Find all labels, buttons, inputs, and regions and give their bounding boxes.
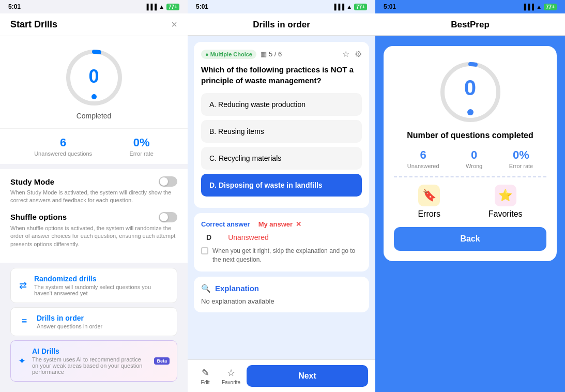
feedback-row: D Unanswered [201, 233, 362, 242]
progress-section: 0 Completed [0, 36, 188, 128]
error-rate-summary-stat: 0% Error rate [509, 148, 533, 169]
panel3-content: 0 Number of questions completed 6 Unansw… [375, 36, 565, 392]
answer-option-b[interactable]: B. Reusing items [201, 120, 362, 143]
errors-action[interactable]: 🔖 Errors [418, 185, 440, 219]
error-rate-summary-label: Error rate [509, 163, 533, 169]
favorite-label: Favorite [222, 380, 240, 385]
wifi-icon-3: ▲ [536, 4, 542, 10]
favorites-label: Favorites [488, 209, 523, 219]
summary-number: 0 [464, 75, 476, 100]
mc-badge: ● Multiple Choice [201, 50, 256, 59]
status-bar-1: 5:01 ▐▐▐ ▲ 77+ [0, 0, 188, 13]
wrong-summary-label: Wrong [466, 163, 482, 169]
status-bar-2: 5:01 ▐▐▐ ▲ 77+ [188, 0, 375, 13]
toggle-knob [160, 177, 168, 186]
question-card: ● Multiple Choice ▦ 5 / 6 ☆ ⚙ Which of t… [194, 42, 369, 208]
panel1-title: Start Drills [10, 19, 57, 30]
wifi-icon: ▲ [159, 4, 164, 10]
ai-drills-content: AI Drills The system uses AI to recommen… [32, 347, 148, 375]
randomized-drills-content: Randomized drills The system will random… [34, 275, 170, 296]
answer-option-a[interactable]: A. Reducing waste production [201, 93, 362, 116]
battery-badge-2: 77+ [354, 4, 367, 10]
panel2-title: Drills in order [253, 20, 310, 29]
study-mode-toggle[interactable] [159, 176, 177, 187]
panel3-header: BestPrep [375, 13, 565, 36]
ai-icon: ✦ [18, 355, 26, 367]
progress-dot [91, 94, 97, 99]
bestprep-panel: 5:01 ▐▐▐ ▲ 77+ BestPrep 0 Number of ques… [375, 0, 565, 392]
panel2-footer: ✎ Edit ☆ Favorite Next [188, 359, 375, 392]
ai-drills-title: AI Drills [32, 347, 148, 355]
shuffle-toggle[interactable] [159, 212, 177, 222]
favorite-button[interactable]: ☆ Favorite [221, 367, 241, 385]
summary-dot [467, 109, 474, 115]
my-value: Unanswered [228, 233, 269, 242]
explanation-text: No explanation available [201, 297, 362, 305]
summary-label: Number of questions completed [394, 131, 546, 140]
question-actions: ☆ ⚙ [342, 49, 362, 59]
error-rate-number: 0% [129, 136, 153, 149]
settings-icon[interactable]: ⚙ [355, 49, 362, 59]
status-bar-3: 5:01 ▐▐▐ ▲ 77+ [375, 0, 565, 13]
panel3-title: BestPrep [451, 20, 490, 29]
my-answer-label: My answer ✕ [258, 220, 301, 228]
explanation-card: 🔍 Explanation No explanation available [194, 277, 369, 312]
next-button[interactable]: Next [247, 365, 368, 387]
drills-in-order-option[interactable]: ≡ Drills in order Answer questions in or… [10, 307, 177, 336]
status-icons-1: ▐▐▐ ▲ 77+ [145, 4, 179, 10]
error-rate-stat: 0% Error rate [129, 136, 153, 157]
correct-answer-label: Correct answer [201, 220, 250, 228]
shuffle-toggle-knob [160, 213, 168, 221]
completed-label: Completed [77, 112, 112, 120]
status-time-3: 5:01 [384, 3, 396, 10]
ai-drills-option[interactable]: ✦ AI Drills The system uses AI to recomm… [10, 340, 177, 382]
progress-circle: 0 [63, 47, 125, 109]
stats-row: 6 Unanswered questions 0% Error rate [0, 128, 188, 164]
errors-icon: 🔖 [418, 185, 440, 206]
randomized-drills-option[interactable]: ⇄ Randomized drills The system will rand… [10, 268, 177, 303]
status-time-2: 5:01 [196, 3, 208, 10]
explanation-icon: 🔍 [201, 284, 211, 293]
status-icons-3: ▐▐▐ ▲ 77+ [522, 4, 557, 10]
drill-options-list: ⇄ Randomized drills The system will rand… [0, 263, 188, 387]
wrong-summary-num: 0 [466, 148, 482, 162]
shuffle-desc: When shuffle options is activated, the s… [10, 224, 177, 248]
ai-drills-desc: The system uses AI to recommend practice… [32, 356, 148, 375]
wrong-summary-stat: 0 Wrong [466, 148, 482, 169]
error-rate-label: Error rate [129, 150, 153, 157]
unanswered-summary-stat: 6 Unanswered [407, 148, 439, 169]
study-mode-setting: Study Mode When Study Mode is activated,… [10, 176, 177, 205]
back-button[interactable]: Back [394, 227, 546, 251]
answer-x-icon: ✕ [296, 220, 301, 228]
edit-button[interactable]: ✎ Edit [195, 367, 216, 385]
study-mode-header: Study Mode [10, 176, 177, 187]
summary-circle: 0 [437, 58, 504, 126]
panel1-header: Start Drills × [0, 13, 188, 36]
progress-number: 0 [88, 66, 99, 87]
status-time-1: 5:01 [8, 3, 21, 10]
unanswered-summary-label: Unanswered [407, 163, 439, 169]
answer-option-d[interactable]: D. Disposing of waste in landfills [201, 174, 362, 197]
signal-icon-3: ▐▐▐ [522, 4, 534, 10]
correct-value: D [206, 233, 211, 242]
skip-row: When you get it right, skip the explanat… [201, 247, 362, 264]
drills-in-order-desc: Answer questions in order [37, 323, 102, 329]
star-icon[interactable]: ☆ [342, 49, 349, 59]
explanation-header: 🔍 Explanation [201, 284, 362, 293]
wifi-icon-2: ▲ [346, 4, 352, 10]
signal-icon-2: ▐▐▐ [332, 4, 344, 10]
answer-option-c[interactable]: C. Recycling materials [201, 147, 362, 170]
unanswered-stat: 6 Unanswered questions [34, 136, 92, 157]
unanswered-number: 6 [34, 136, 92, 149]
error-rate-summary-num: 0% [509, 148, 533, 162]
favorites-action[interactable]: ⭐ Favorites [488, 185, 523, 219]
summary-stats: 6 Unanswered 0 Wrong 0% Error rate [394, 148, 546, 177]
skip-checkbox[interactable] [201, 247, 208, 254]
settings-section: Study Mode When Study Mode is activated,… [0, 169, 188, 263]
summary-actions: 🔖 Errors ⭐ Favorites [394, 185, 546, 219]
close-button[interactable]: × [171, 19, 177, 31]
battery-badge: 77+ [166, 4, 179, 10]
drills-in-order-panel: 5:01 ▐▐▐ ▲ 77+ Drills in order ● Multipl… [188, 0, 375, 392]
randomized-drills-desc: The system will randomly select question… [34, 284, 170, 296]
signal-icon: ▐▐▐ [145, 4, 157, 10]
